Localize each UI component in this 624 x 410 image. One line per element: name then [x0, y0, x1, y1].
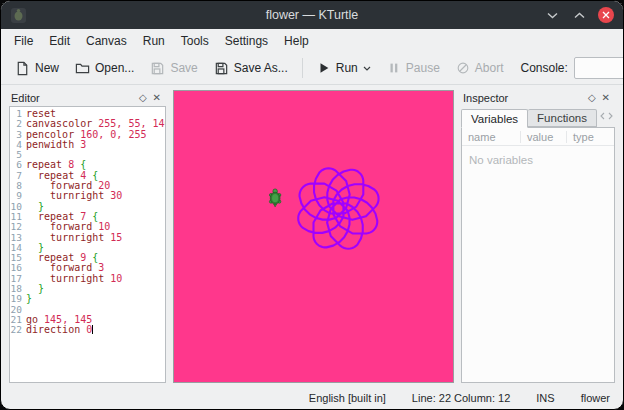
code-line[interactable]: 22direction 0	[10, 325, 165, 335]
inspector-close-button[interactable]: ✕	[599, 93, 613, 103]
menu-item-help[interactable]: Help	[276, 31, 317, 51]
save-button-label: Save	[170, 61, 197, 75]
save-button[interactable]: Save	[143, 57, 204, 80]
new-document-icon	[15, 61, 30, 76]
line-number: 22	[10, 325, 26, 335]
inspector-float-button[interactable]: ◇	[585, 93, 599, 103]
abort-icon	[456, 61, 470, 75]
column-header-value[interactable]: value	[520, 131, 566, 143]
save-as-button[interactable]: Save As...	[207, 57, 295, 80]
menu-item-edit[interactable]: Edit	[41, 31, 78, 51]
menu-item-file[interactable]: File	[6, 31, 41, 51]
tab-scroll-left-button[interactable]	[600, 106, 605, 124]
open-folder-icon	[75, 61, 90, 76]
maximize-button[interactable]	[571, 7, 587, 23]
no-variables-text: No variables	[462, 146, 614, 166]
open-button[interactable]: Open...	[68, 57, 141, 80]
minimize-button[interactable]	[544, 7, 560, 23]
save-as-icon	[214, 61, 229, 76]
main-content: Editor ◇ ✕ 1reset2canvascolor 255, 55, 1…	[1, 85, 623, 387]
code-line[interactable]: 18 }	[10, 284, 165, 294]
inspector-title: Inspector	[463, 92, 585, 104]
close-button[interactable]	[598, 7, 614, 23]
status-insert-mode: INS	[536, 392, 554, 404]
column-header-name[interactable]: name	[462, 131, 520, 143]
menu-item-settings[interactable]: Settings	[217, 31, 276, 51]
open-button-label: Open...	[95, 61, 134, 75]
menu-item-tools[interactable]: Tools	[173, 31, 217, 51]
pause-icon	[387, 61, 401, 75]
tab-variables[interactable]: Variables	[461, 109, 528, 128]
menubar: File Edit Canvas Run Tools Settings Help	[1, 29, 623, 52]
editor-dock-header: Editor ◇ ✕	[9, 90, 166, 106]
toolbar: New Open... Save Save As... Run Pause Ab…	[1, 52, 623, 85]
menu-item-run[interactable]: Run	[135, 31, 173, 51]
status-cursor-position: Line: 22 Column: 12	[412, 392, 510, 404]
pause-button[interactable]: Pause	[380, 57, 447, 79]
variables-table-header: name value type	[462, 128, 614, 146]
code-text: }	[26, 294, 32, 304]
run-icon	[317, 61, 331, 75]
save-icon	[150, 61, 165, 76]
editor-close-button[interactable]: ✕	[150, 93, 164, 103]
editor-float-button[interactable]: ◇	[136, 93, 150, 103]
console-label: Console:	[521, 61, 568, 75]
turtle-canvas	[173, 90, 454, 383]
chevron-down-icon	[363, 66, 371, 71]
abort-button[interactable]: Abort	[449, 57, 511, 79]
editor-title: Editor	[11, 92, 136, 104]
code-text: penwidth 3	[26, 140, 86, 150]
menu-item-canvas[interactable]: Canvas	[78, 31, 135, 51]
new-button[interactable]: New	[8, 57, 66, 80]
statusbar: English [built in] Line: 22 Column: 12 I…	[1, 387, 623, 409]
inspector-dock: Inspector ◇ ✕ Variables Functions name v…	[461, 90, 615, 383]
new-button-label: New	[35, 61, 59, 75]
toolbar-separator	[302, 58, 303, 78]
app-icon	[10, 7, 27, 24]
inspector-dock-header: Inspector ◇ ✕	[461, 90, 615, 106]
tab-functions[interactable]: Functions	[528, 109, 597, 127]
status-filename: flower	[581, 392, 610, 404]
pause-button-label: Pause	[406, 61, 440, 75]
run-button-label: Run	[336, 61, 358, 75]
code-text: direction 0	[26, 325, 93, 335]
text-cursor	[92, 325, 93, 334]
inspector-tabs: Variables Functions	[461, 106, 615, 127]
column-header-type[interactable]: type	[566, 131, 614, 143]
status-language: English [built in]	[309, 392, 386, 404]
save-as-button-label: Save As...	[234, 61, 288, 75]
code-line[interactable]: 19}	[10, 294, 165, 304]
variables-panel: name value type No variables	[461, 127, 615, 383]
tab-scroll-right-button[interactable]	[608, 106, 613, 124]
editor-dock: Editor ◇ ✕ 1reset2canvascolor 255, 55, 1…	[9, 90, 166, 383]
run-button[interactable]: Run	[310, 57, 378, 79]
code-editor[interactable]: 1reset2canvascolor 255, 55, 1403pencolor…	[9, 106, 166, 383]
kturtle-window: flower — KTurtle File Edit Canvas Run To…	[0, 0, 624, 410]
console-combobox[interactable]	[574, 57, 624, 79]
canvas-drawing	[174, 91, 453, 382]
titlebar[interactable]: flower — KTurtle	[1, 1, 623, 29]
window-title: flower — KTurtle	[1, 8, 623, 22]
code-line[interactable]: 4penwidth 3	[10, 140, 165, 150]
abort-button-label: Abort	[475, 61, 504, 75]
